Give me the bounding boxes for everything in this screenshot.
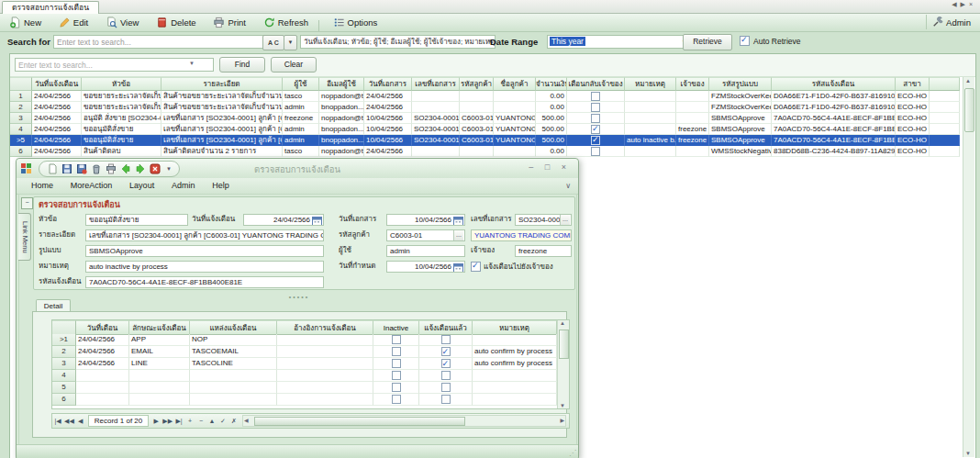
nav-prev-button[interactable]: ◀ [75,418,86,425]
nav-delete-button[interactable]: − [195,418,206,424]
cell-checkbox[interactable] [392,395,401,404]
notify-owner-checkbox[interactable]: แจ้งเตือนไปยังเจ้าของ [471,261,553,273]
ribbon-collapse-icon[interactable]: ∨ [565,178,571,194]
user-field[interactable]: admin [386,245,465,257]
table-row[interactable]: 624/04/2566สินค้าติดลบสินค้าติดลบจำนวน 2… [10,146,960,157]
cell-checkbox[interactable] [591,114,600,123]
row-header[interactable]: 6 [10,146,32,157]
scroll-right-icon[interactable]: ▶ [560,417,564,423]
edit-button[interactable]: Edit [55,15,92,30]
table-row[interactable]: 6 [52,394,557,406]
column-header[interactable]: เจ้าของ [676,77,709,91]
tab-close-icon[interactable]: × [969,1,976,7]
cell-checkbox[interactable] [392,371,401,380]
column-header[interactable]: วันที่เอกสาร [364,77,412,91]
search-input[interactable] [53,35,264,49]
menu-help[interactable]: Help [212,178,229,194]
print-button[interactable]: Print [209,15,250,30]
scrollbar-thumb[interactable] [254,417,465,426]
retrieve-button[interactable]: Retrieve [683,34,732,50]
column-header[interactable]: วันที่เตือน [76,320,129,335]
column-header[interactable]: ลักษณะแจ้งเตือน [129,320,190,335]
cell-checkbox[interactable] [591,147,600,156]
column-header[interactable]: Inactive [373,320,419,335]
ellipsis-button[interactable]: ... [560,215,570,225]
row-header[interactable]: >1 [52,334,76,346]
clear-button[interactable]: Clear [271,57,317,73]
table-row[interactable]: 424/04/2566ขออนุมัติสั่งขายเลขที่เอกสาร … [10,124,960,135]
table-row[interactable]: >524/04/2566ขออนุมัติสั่งขายเลขที่เอกสาร… [10,135,960,146]
row-header[interactable]: 2 [10,102,32,113]
calendar-icon[interactable] [312,216,322,226]
column-header[interactable]: เตือนกลับเจ้าของ [567,77,625,91]
link-menu-tab[interactable]: Link Menu [18,213,31,261]
row-header[interactable]: 5 [52,382,76,394]
auto-retrieve-checkbox[interactable]: Auto Retrieve [740,36,801,46]
due-date-field[interactable]: 10/04/2566 [386,261,465,273]
grid-search-dropdown-icon[interactable]: ▼ [189,61,195,66]
delete-button[interactable]: Delete [152,15,199,30]
new-button[interactable]: New [6,15,45,30]
row-header[interactable]: 6 [52,394,76,406]
description-field[interactable]: เลขที่เอกสาร [SO2304-0001] ลูกค้า [C6003… [85,229,324,241]
cell-checkbox[interactable] [591,92,600,101]
column-header[interactable]: รายละเอียด [161,77,283,91]
menu-layout[interactable]: Layout [129,178,154,194]
column-header[interactable]: แหล่งแจ้งเตือน [190,320,277,335]
column-header[interactable]: แจ้งเตือนแล้ว [419,320,473,335]
table-row[interactable]: >124/04/2566APPNOP [52,334,557,346]
search-options-dropdown[interactable]: ▼ [284,35,297,50]
pattern-field[interactable]: SBMSOApprove [85,245,324,257]
search-fields-combo[interactable]: วันที่แจ้งเตือน; หัวข้อ; ผู้ใช้; อีเมลผู… [300,35,496,49]
column-header[interactable]: รหัสรูปแบบ [709,77,772,91]
column-header[interactable]: วันที่แจ้งเตือน [32,77,82,91]
table-row[interactable]: 5 [52,382,557,394]
admin-button[interactable]: Admin [926,15,976,29]
scroll-left-icon[interactable]: ◀ [244,417,249,423]
cell-checkbox[interactable] [441,359,451,368]
column-header[interactable]: สาขา [896,77,930,91]
table-row[interactable]: 324/04/2566อนุมัติ สั่งขาย [SO2304-0001]… [10,113,960,124]
column-header[interactable]: เลขที่เอกสาร [412,77,460,91]
detail-vertical-scrollbar[interactable]: ▲ ▼ [557,320,569,408]
cell-checkbox[interactable] [392,383,401,392]
table-row[interactable]: 324/04/2566LINETASCOLINEauto confirm by … [52,358,557,370]
column-header[interactable]: ผู้ใช้ [283,77,319,91]
calendar-icon[interactable] [453,263,463,273]
cell-checkbox[interactable] [591,125,600,134]
notify-code-field[interactable]: 7A0ACD70-56C4-4A1E-8ECF-8F1BB400E81E [85,276,324,288]
scroll-down-icon[interactable]: ▼ [965,451,971,456]
table-row[interactable]: 124/04/2566ขอขยายระยะเวลาจัดเก็บสินค้าขอ… [10,91,960,102]
menu-moreaction[interactable]: MoreAction [71,178,113,194]
scrollbar-thumb[interactable] [559,330,569,359]
row-header[interactable]: 3 [10,113,32,124]
column-header[interactable]: ชื่อลูกค้า [494,77,536,91]
nav-append-button[interactable]: + [184,418,195,424]
column-header[interactable]: อ้างอิงการแจ้งเตือน [277,320,373,335]
column-header[interactable]: หัวข้อ [82,77,161,91]
ellipsis-button[interactable]: ... [453,230,463,240]
table-row[interactable]: 224/04/2566EMAILTASCOEMAILauto confirm b… [52,346,557,358]
column-header[interactable]: รหัสลูกค้า [460,77,494,91]
table-row[interactable]: 224/04/2566ขอขยายระยะเวลาจัดเก็บสินค้าขอ… [10,102,960,113]
calendar-icon[interactable] [453,216,463,226]
owner-field[interactable]: freezone [515,245,572,257]
match-case-button[interactable]: A C [262,35,284,50]
cell-checkbox[interactable] [441,371,451,380]
column-header[interactable]: หมายเหตุ [625,77,676,91]
cell-checkbox[interactable] [441,395,451,404]
customer-name-field[interactable]: YUANTONG TRADING COMPANY [471,229,572,241]
row-header[interactable]: 1 [10,91,32,102]
cell-checkbox[interactable] [591,136,600,145]
row-header[interactable]: 4 [10,124,32,135]
nav-last-button[interactable]: ▶| [173,418,184,425]
customer-code-field[interactable]: C6003-01... [386,229,465,241]
row-header[interactable]: 3 [52,358,76,370]
splitter-handle[interactable]: ••••• [258,294,340,300]
row-header[interactable]: >5 [10,135,32,146]
nav-next-page-button[interactable]: ▶▶ [161,418,173,425]
detail-horizontal-scrollbar[interactable]: ◀▶ [242,415,566,427]
row-header[interactable]: 2 [52,346,76,358]
cell-checkbox[interactable] [392,359,401,368]
scroll-up-icon[interactable]: ▲ [560,320,565,326]
